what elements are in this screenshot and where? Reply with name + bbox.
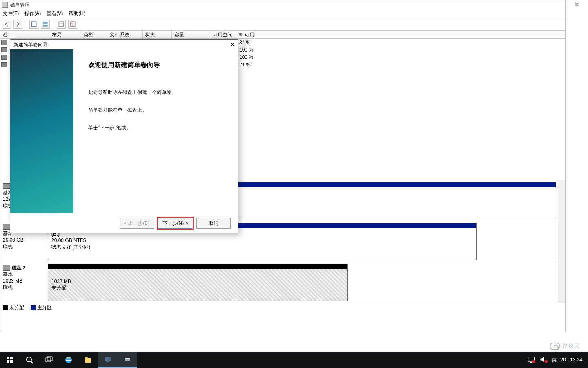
tray-ime-code[interactable]: 20 [561,357,566,363]
legend-primary: 主分区 [31,304,52,311]
taskbar: 英 20 13:24 [0,352,588,368]
disk-icon [3,265,10,271]
disk2-label[interactable]: 磁盘 2 基本 1023 MB 联机 [0,262,46,303]
svg-rect-2 [43,25,48,27]
wizard-text-2: 简单卷只能在单一磁盘上。 [88,107,228,114]
col-capacity[interactable]: 容量 [172,31,210,38]
svg-rect-7 [10,357,13,359]
system-tray: 英 20 13:24 [527,355,588,365]
col-filesystem[interactable]: 文件系统 [107,31,143,38]
wizard-text-3: 单击"下一步"继续。 [88,124,228,131]
legend-bar: 未分配 主分区 [0,303,565,312]
outer-close-button[interactable]: ✕ [570,1,584,8]
disk2-unallocated[interactable]: 1023 MB 未分配 [48,264,348,301]
col-status[interactable]: 状态 [143,31,172,38]
dm-title-bar: 磁盘管理 [0,0,565,9]
svg-rect-9 [10,360,13,363]
menu-action[interactable]: 操作(A) [24,10,41,17]
wizard-close-button[interactable]: ✕ [230,41,235,48]
svg-rect-6 [7,357,9,359]
wizard-back-button: < 上一步(B) [120,218,154,229]
toolbar-refresh-button[interactable] [57,20,66,29]
menu-help[interactable]: 帮助(H) [69,10,85,17]
watermark: 亿速云 [550,343,580,350]
svg-point-23 [532,360,535,363]
wizard-text-1: 此向导帮助你在磁盘上创建一个简单卷。 [88,89,228,96]
svg-rect-8 [7,360,9,363]
toolbar-forward-button[interactable] [13,20,22,29]
svg-rect-0 [31,22,36,27]
wizard-button-row: < 上一步(B) 下一步(N) > 取消 [10,213,238,233]
tray-volume-icon[interactable] [539,355,548,365]
disk-row-2: 磁盘 2 基本 1023 MB 联机 1023 MB 未分配 [0,262,558,303]
menu-view[interactable]: 查看(V) [47,10,63,17]
toolbar-help-button[interactable]: ? [68,20,77,29]
svg-rect-1 [43,22,48,24]
dm-toolbar: ? [0,18,565,31]
volume-icon [1,40,7,45]
toolbar-view1-button[interactable] [29,20,38,29]
graphical-scrollbar[interactable] [558,180,565,303]
taskbar-disk-management-icon[interactable] [118,352,137,368]
svg-point-10 [27,357,31,362]
volume-icon [1,47,7,52]
legend-unallocated: 未分配 [3,304,24,311]
tray-clock[interactable]: 13:24 [570,357,582,363]
svg-line-11 [31,361,33,363]
svg-rect-16 [85,357,88,359]
col-freespace[interactable]: 可用空间 [210,31,236,38]
disk-icon [3,183,10,189]
svg-text:?: ? [71,22,74,27]
dm-title-text: 磁盘管理 [10,2,30,9]
svg-rect-18 [106,361,109,362]
menu-file[interactable]: 文件(F) [3,10,19,17]
toolbar-view2-button[interactable] [41,20,50,29]
dm-app-icon [2,2,8,8]
svg-rect-20 [125,358,130,359]
col-pctfree[interactable]: % 可用 [236,31,565,38]
wizard-side-banner [10,49,74,213]
wizard-cancel-button[interactable]: 取消 [196,218,231,229]
svg-rect-22 [530,362,532,363]
taskbar-explorer-icon[interactable] [78,352,98,368]
volume-table-header: 卷 布局 类型 文件系统 状态 容量 可用空间 % 可用 [0,31,565,39]
wizard-next-button[interactable]: 下一步(N) > [158,218,192,229]
svg-rect-12 [46,358,51,362]
col-type[interactable]: 类型 [81,31,107,38]
toolbar-back-button[interactable] [2,20,11,29]
col-volume[interactable]: 卷 [0,31,49,38]
disk-icon [3,224,10,230]
taskbar-ie-icon[interactable] [59,352,78,368]
svg-rect-13 [47,357,52,361]
svg-point-24 [544,360,548,363]
volume-icon [1,62,7,67]
tray-network-icon[interactable] [527,355,535,365]
col-layout[interactable]: 布局 [49,31,81,38]
tray-ime-text[interactable]: 英 [552,357,557,364]
wizard-title-bar[interactable]: 新建简单卷向导 ✕ [10,40,238,49]
watermark-icon [550,343,560,350]
svg-rect-3 [59,22,64,27]
start-button[interactable] [0,352,20,368]
dm-menu-bar: 文件(F) 操作(A) 查看(V) 帮助(H) [0,9,565,18]
volume-icon [1,55,7,60]
search-button[interactable] [20,352,39,368]
svg-rect-15 [85,358,91,363]
wizard-title: 新建简单卷向导 [13,41,48,48]
new-simple-volume-wizard: 新建简单卷向导 ✕ 欢迎使用新建简单卷向导 此向导帮助你在磁盘上创建一个简单卷。… [10,39,238,233]
task-view-button[interactable] [39,352,59,368]
svg-rect-17 [105,357,111,361]
wizard-heading: 欢迎使用新建简单卷向导 [88,61,228,70]
wizard-main-panel: 欢迎使用新建简单卷向导 此向导帮助你在磁盘上创建一个简单卷。 简单卷只能在单一磁… [74,49,238,213]
taskbar-server-manager-icon[interactable] [98,352,118,368]
